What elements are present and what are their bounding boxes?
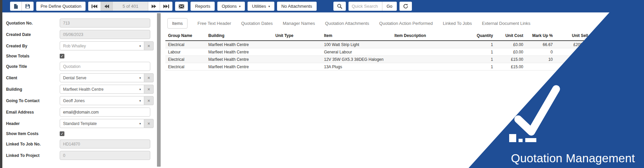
dropdown-caret-icon: ▾ <box>139 122 141 125</box>
table-row[interactable]: ElectricalMarfleet Health Centre13A Plug… <box>165 63 593 71</box>
first-record-button[interactable] <box>88 2 101 11</box>
tab-items[interactable]: Items <box>167 18 187 29</box>
email-quotation-button[interactable] <box>175 2 188 11</box>
created-by-label: Created By <box>6 44 60 48</box>
created-date-label: Created Date <box>6 32 60 37</box>
quote-title-field[interactable]: Quotation <box>60 62 150 71</box>
cell-group-name: Electrical <box>165 42 206 47</box>
cell-mark-up: 66.67 <box>526 42 555 47</box>
tab-quotation-dates[interactable]: Quotation Dates <box>241 18 273 28</box>
table-row[interactable]: ElectricalMarfleet Health Centre100 Watt… <box>165 41 593 48</box>
dropdown-caret-icon: ▾ <box>139 44 141 48</box>
clear-icon: × <box>148 87 150 92</box>
created-by-select[interactable]: Rob Whalley▾ <box>60 41 144 50</box>
form-row-show-totals: Show Totals✓ <box>6 53 162 59</box>
sidebar-scrollbar[interactable] <box>157 13 161 167</box>
cell-quantity: 1 <box>469 42 496 47</box>
items-grid-body: ElectricalMarfleet Health Centre100 Watt… <box>165 41 593 71</box>
column-header-item-description[interactable]: Item Description <box>392 33 469 38</box>
column-header-item[interactable]: Item <box>321 33 392 38</box>
options-dropdown-button[interactable]: Options ▾ <box>217 2 245 11</box>
last-record-icon <box>163 4 169 8</box>
client-select[interactable]: Dental Serve▾ <box>60 73 144 82</box>
client-clear-button[interactable]: × <box>144 73 154 82</box>
column-header-unit-type[interactable]: Unit Type <box>273 33 321 38</box>
reports-button[interactable]: Reports <box>191 2 215 11</box>
next-record-button[interactable] <box>148 2 160 11</box>
header-clear-button[interactable]: × <box>144 119 154 128</box>
email-address-field[interactable]: email@domain.com <box>60 108 150 117</box>
new-quotation-button[interactable] <box>10 2 21 11</box>
header-label: Header <box>6 121 60 126</box>
go-button[interactable]: Go <box>382 2 397 11</box>
clear-icon: × <box>148 75 150 80</box>
table-row[interactable]: LabourMarfleet Health CentreGeneral Labo… <box>165 48 593 56</box>
cell-unit-cost: £15.00 <box>496 57 526 62</box>
email-address-label: Email Address <box>6 110 60 115</box>
created-date-field: 05/06/2023 <box>60 30 150 39</box>
linked-to-job-no-field: HD14870 <box>60 139 150 149</box>
cell-quantity: 1 <box>469 57 496 62</box>
refresh-icon <box>403 4 408 9</box>
clear-icon: × <box>148 121 150 126</box>
cell-building: Marfleet Health Centre <box>206 65 273 69</box>
linked-to-project-field: 0 <box>60 151 150 160</box>
cell-unit-sell: £200.00 <box>555 42 591 47</box>
form-row-show-item-costs: Show Item Costs✓ <box>6 130 162 137</box>
cell-quantity: 1 <box>469 50 496 54</box>
attachments-button[interactable]: No Attachments <box>277 2 317 11</box>
created-by-value: Rob Whalley <box>63 44 86 48</box>
column-header-unit-sell[interactable]: Unit Sell <box>555 33 591 38</box>
column-header-unit-cost[interactable]: Unit Cost <box>496 33 526 38</box>
form-row-created-date: Created Date05/06/2023 <box>6 30 162 39</box>
tab-quotation-attachments[interactable]: Quotation Attachments <box>325 18 369 28</box>
cell-mark-up: 10 <box>526 57 555 62</box>
column-header-group-name[interactable]: Group Name <box>165 33 206 38</box>
dropdown-caret-icon: ▾ <box>139 99 141 102</box>
save-icon <box>25 4 30 8</box>
cell-building: Marfleet Health Centre <box>206 42 273 47</box>
cell-group-name: Labour <box>165 50 206 54</box>
content-area: Quotation No.713Created Date05/06/2023Cr… <box>0 12 644 168</box>
going-to-contact-clear-button[interactable]: × <box>144 96 154 105</box>
caret-down-icon: ▾ <box>268 5 270 8</box>
tab-linked-to-jobs[interactable]: Linked To Jobs <box>443 18 472 28</box>
tab-quotation-action-performed[interactable]: Quotation Action Performed <box>379 18 433 28</box>
cell-unit-cost: £0.00 <box>496 50 526 54</box>
show-item-costs-checkbox[interactable]: ✓ <box>60 131 64 136</box>
tab-external-document-links[interactable]: External Document Links <box>482 18 531 28</box>
building-select-wrap: Marfleet Health Centre▾× <box>60 85 154 94</box>
items-grid-header: Group NameBuildingUnit TypeItemItem Desc… <box>165 33 593 41</box>
refresh-button[interactable] <box>399 2 412 11</box>
form-row-quote-title: Quote TitleQuotation <box>6 62 162 71</box>
building-clear-button[interactable]: × <box>144 85 154 94</box>
quick-search-input[interactable] <box>348 2 382 11</box>
search-button[interactable] <box>333 2 346 11</box>
header-select[interactable]: Standard Template▾ <box>60 119 144 128</box>
created-by-clear-button[interactable]: × <box>144 41 154 50</box>
tab-free-text-header[interactable]: Free Text Header <box>198 18 231 28</box>
going-to-contact-select[interactable]: Geoff Jones▾ <box>60 96 144 105</box>
form-row-email-address: Email Addressemail@domain.com <box>6 108 162 117</box>
client-select-wrap: Dental Serve▾× <box>60 73 154 82</box>
cell-mark-up: 0 <box>526 50 555 54</box>
tab-manager-names[interactable]: Manager Names <box>283 18 315 28</box>
header-value: Standard Template <box>63 121 97 126</box>
show-totals-checkbox[interactable]: ✓ <box>60 54 64 58</box>
building-select[interactable]: Marfleet Health Centre▾ <box>60 85 144 94</box>
previous-record-button[interactable] <box>101 2 112 11</box>
column-header-building[interactable]: Building <box>206 33 273 38</box>
detail-tabs: ItemsFree Text HeaderQuotation DatesMana… <box>167 18 644 29</box>
last-record-button[interactable] <box>160 2 172 11</box>
form-row-linked-to-job-no: Linked To Job No.HD14870 <box>6 139 162 149</box>
utilities-label: Utilities <box>252 4 266 9</box>
column-header-quantity[interactable]: Quantity <box>469 33 496 38</box>
save-button[interactable] <box>21 2 34 11</box>
show-totals-label: Show Totals <box>6 54 60 58</box>
cell-item: 13A Plugs <box>321 65 392 69</box>
linked-to-job-no-label: Linked To Job No. <box>6 142 60 146</box>
column-header-mark-up[interactable]: Mark Up % <box>526 33 555 38</box>
predefine-quotation-button[interactable]: Pre Define Quotation <box>36 2 86 11</box>
table-row[interactable]: ElectricalMarfleet Health Centre12V 35W … <box>165 56 593 63</box>
utilities-dropdown-button[interactable]: Utilities ▾ <box>248 2 274 11</box>
